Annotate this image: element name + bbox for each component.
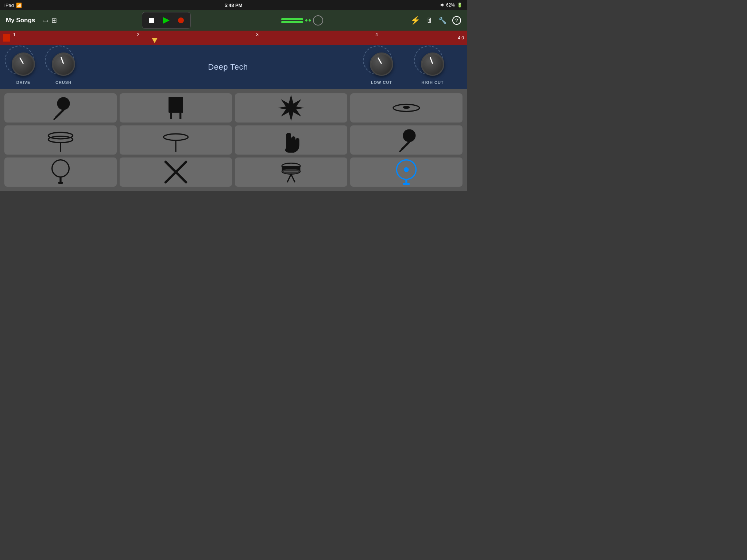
status-left: iPad 📶 (4, 3, 22, 8)
drum-pad-maraca[interactable] (4, 93, 117, 122)
level-dot-2 (309, 19, 311, 22)
high-cut-knob[interactable] (421, 52, 444, 76)
svg-point-15 (403, 129, 415, 142)
drum-pad-drumsticks[interactable] (120, 158, 232, 187)
timeline: 1 2 3 4 4.0 (0, 31, 467, 45)
drum-pad-cymbal[interactable] (350, 93, 462, 122)
drum-pad-maraca2[interactable] (350, 125, 462, 155)
svg-rect-6 (169, 97, 183, 99)
svg-line-28 (291, 174, 295, 182)
timeline-track[interactable]: 1 2 3 4 (13, 31, 455, 45)
drumsticks-icon (161, 158, 190, 187)
right-icons: ⚡ 🎚 🔧 ? (408, 16, 461, 25)
high-cut-knob-container (418, 50, 447, 79)
master-volume-btn[interactable] (313, 15, 323, 26)
timeline-record-marker (3, 34, 10, 42)
stop-icon (149, 18, 154, 23)
low-cut-knob-container (367, 50, 396, 79)
settings-icon[interactable]: 🔧 (438, 16, 446, 24)
record-button[interactable] (174, 14, 187, 27)
drive-label: DRIVE (16, 80, 31, 85)
drum-pad-starburst[interactable] (235, 93, 347, 122)
play-button[interactable] (160, 14, 173, 27)
stop-button[interactable] (145, 14, 158, 27)
metronome-icon[interactable]: ⚡ (410, 16, 420, 25)
drum-pad-bass-drum[interactable] (120, 93, 232, 122)
level-bar-bottom (281, 21, 303, 23)
svg-rect-3 (169, 97, 183, 113)
maraca-icon (46, 93, 75, 122)
svg-point-11 (48, 136, 73, 143)
starburst-icon (276, 93, 306, 122)
help-icon[interactable]: ? (452, 16, 461, 25)
nav-bar: My Songs ▭ ⊞ ⚡ 🎚 🔧 ? (0, 10, 467, 31)
timeline-marker-4: 4 (375, 31, 378, 45)
timeline-end-time: 4.0 (458, 35, 464, 40)
view-icons: ▭ ⊞ (42, 16, 57, 24)
drum-grid (0, 89, 467, 191)
svg-point-13 (163, 134, 188, 140)
level-meter (281, 15, 323, 26)
transport-controls (142, 12, 191, 29)
play-icon (163, 17, 170, 24)
crush-label: CRUSH (55, 80, 71, 85)
level-bar-top (281, 18, 303, 20)
wifi-icon: 📶 (16, 3, 22, 8)
crush-knob-container (49, 50, 78, 79)
status-bar: iPad 📶 5:48 PM ✱ 62% 🔋 (0, 0, 467, 10)
drum-pad-hihat-stack[interactable] (4, 125, 117, 155)
record-icon (178, 18, 184, 23)
svg-rect-19 (59, 176, 61, 183)
svg-rect-32 (403, 183, 410, 185)
instrument-name[interactable]: Deep Tech (89, 62, 367, 72)
snare-icon (276, 158, 306, 187)
drive-knob-container (9, 50, 38, 79)
high-cut-label: HIGH CUT (421, 80, 444, 85)
maraca2-icon (392, 125, 421, 155)
svg-point-30 (404, 167, 409, 172)
hihat-open-icon (161, 125, 190, 155)
grid-view-icon[interactable]: ⊞ (51, 16, 57, 24)
svg-line-2 (54, 117, 56, 120)
high-cut-knob-group: HIGH CUT (418, 50, 447, 85)
kick-stand-icon (46, 158, 75, 187)
svg-rect-20 (58, 182, 63, 184)
crush-knob-group: CRUSH (49, 50, 78, 85)
drum-pad-snare[interactable] (235, 158, 347, 187)
level-dot-1 (305, 19, 307, 22)
low-cut-knob-group: LOW CUT (367, 50, 396, 85)
drum-pad-kick-stand[interactable] (4, 158, 117, 187)
bass-drum-icon (161, 93, 190, 122)
status-right: ✱ 62% 🔋 (440, 3, 462, 8)
right-knobs: LOW CUT HIGH CUT (367, 50, 458, 85)
playhead[interactable] (152, 38, 158, 43)
drum-pad-hand-slap[interactable] (235, 125, 347, 155)
drum-pad-hihat-open[interactable] (120, 125, 232, 155)
svg-line-16 (402, 142, 409, 149)
my-songs-label[interactable]: My Songs (6, 17, 35, 24)
svg-rect-5 (179, 113, 181, 119)
level-dots (305, 19, 311, 22)
single-view-icon[interactable]: ▭ (42, 16, 49, 24)
svg-point-0 (57, 97, 70, 110)
drive-knob[interactable] (12, 52, 35, 76)
battery-icon: 🔋 (457, 3, 462, 8)
hand-icon (276, 125, 306, 155)
svg-line-27 (287, 174, 291, 182)
timeline-marker-3: 3 (256, 31, 259, 45)
drive-knob-group: DRIVE (9, 50, 38, 85)
svg-marker-7 (278, 95, 304, 121)
svg-line-1 (56, 110, 63, 117)
cymbal-icon (392, 93, 421, 122)
battery-percent: 62% (446, 3, 455, 8)
instrument-panel: DRIVE CRUSH Deep Tech LOW CUT HIGH CUT (0, 45, 467, 89)
low-cut-label: LOW CUT (371, 80, 392, 85)
svg-point-9 (403, 106, 410, 109)
low-cut-knob[interactable] (370, 52, 393, 76)
svg-rect-4 (170, 113, 172, 119)
crush-knob[interactable] (52, 52, 75, 76)
status-time: 5:48 PM (224, 3, 242, 8)
drum-pad-record-player[interactable] (350, 158, 462, 187)
mixer-icon[interactable]: 🎚 (426, 17, 433, 24)
hihat-stack-icon (46, 125, 75, 155)
